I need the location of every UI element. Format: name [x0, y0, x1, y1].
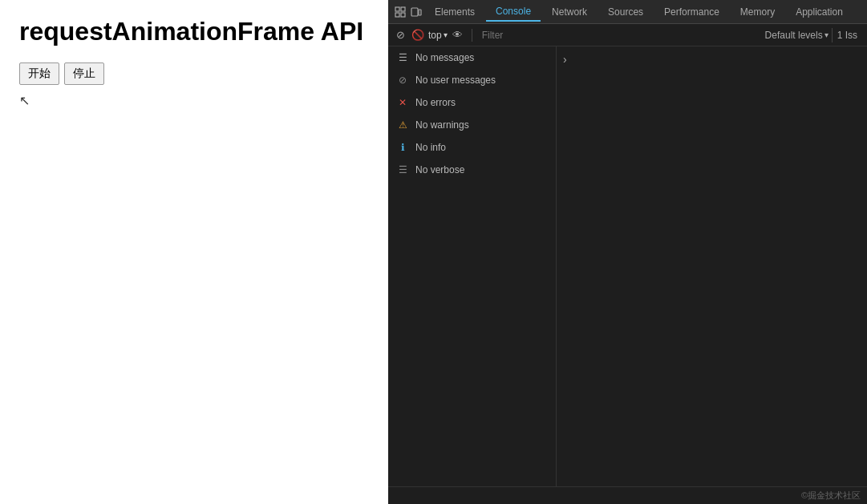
- svg-rect-4: [411, 8, 418, 16]
- console-main: ☰ No messages ⊘ No user messages ✕ No er…: [388, 46, 867, 486]
- left-panel: requestAnimationFrame API 开始 停止 ↖: [0, 0, 388, 504]
- filter-input[interactable]: [479, 28, 762, 42]
- tab-elements[interactable]: Elements: [425, 3, 484, 21]
- user-messages-label: No user messages: [415, 75, 496, 86]
- info-icon: ℹ: [396, 141, 409, 154]
- console-filter-list: ☰ No messages ⊘ No user messages ✕ No er…: [388, 46, 557, 486]
- devtools-bottom-bar: ©掘金技术社区: [388, 486, 867, 504]
- inspect-icon[interactable]: [393, 5, 407, 19]
- verbose-label: No verbose: [415, 164, 464, 175]
- errors-label: No errors: [415, 97, 456, 108]
- filter-messages[interactable]: ☰ No messages: [388, 46, 556, 69]
- tab-network[interactable]: Network: [542, 3, 597, 21]
- ban-icon[interactable]: ⊘: [393, 28, 407, 42]
- svg-rect-1: [401, 7, 405, 11]
- tab-sources[interactable]: Sources: [598, 3, 653, 21]
- console-toolbar: ⊘ 🚫 top ▾ 👁 Default levels ▾ 1 Iss: [388, 24, 867, 46]
- warnings-label: No warnings: [415, 119, 469, 131]
- svg-rect-3: [401, 13, 405, 17]
- chevron-right-icon[interactable]: ›: [563, 53, 567, 66]
- cursor-indicator: ↖: [19, 93, 369, 108]
- default-levels-button[interactable]: Default levels ▾: [765, 30, 829, 41]
- tab-console[interactable]: Console: [486, 2, 541, 22]
- filter-verbose[interactable]: ☰ No verbose: [388, 159, 556, 181]
- tab-memory[interactable]: Memory: [731, 3, 784, 21]
- filter-warnings[interactable]: ⚠ No warnings: [388, 114, 556, 136]
- start-button[interactable]: 开始: [19, 62, 59, 85]
- svg-rect-0: [395, 7, 399, 11]
- stop-button[interactable]: 停止: [64, 62, 104, 85]
- messages-icon: ☰: [396, 51, 409, 64]
- default-levels-label: Default levels: [765, 30, 823, 41]
- page-title: requestAnimationFrame API: [19, 16, 369, 46]
- filter-errors[interactable]: ✕ No errors: [388, 91, 556, 114]
- tab-application[interactable]: Application: [786, 3, 853, 21]
- svg-rect-5: [419, 10, 421, 15]
- devtools-panel: Elements Console Network Sources Perform…: [388, 0, 867, 504]
- chevron-down-icon-2: ▾: [824, 30, 829, 39]
- tab-performance[interactable]: Performance: [654, 3, 729, 21]
- svg-rect-2: [395, 13, 399, 17]
- device-toggle-icon[interactable]: [409, 5, 423, 19]
- info-label: No info: [415, 142, 446, 153]
- chevron-down-icon: ▾: [444, 30, 448, 39]
- verbose-icon: ☰: [396, 163, 409, 176]
- branding-text: ©掘金技术社区: [801, 490, 861, 502]
- error-icon: ✕: [396, 96, 409, 109]
- filter-info[interactable]: ℹ No info: [388, 136, 556, 159]
- filter-user-messages[interactable]: ⊘ No user messages: [388, 69, 556, 91]
- eye-icon[interactable]: 👁: [451, 28, 465, 42]
- button-row: 开始 停止: [19, 62, 369, 85]
- context-label: top: [428, 30, 442, 41]
- console-output: ›: [557, 46, 867, 486]
- messages-label: No messages: [415, 52, 474, 63]
- context-dropdown[interactable]: top ▾: [428, 30, 448, 41]
- devtools-tabbar: Elements Console Network Sources Perform…: [388, 0, 867, 24]
- toolbar-divider: [472, 29, 472, 42]
- issue-badge: 1 Iss: [832, 28, 862, 42]
- warning-icon: ⚠: [396, 119, 409, 131]
- clear-console-icon[interactable]: 🚫: [411, 28, 425, 42]
- user-messages-icon: ⊘: [396, 74, 409, 87]
